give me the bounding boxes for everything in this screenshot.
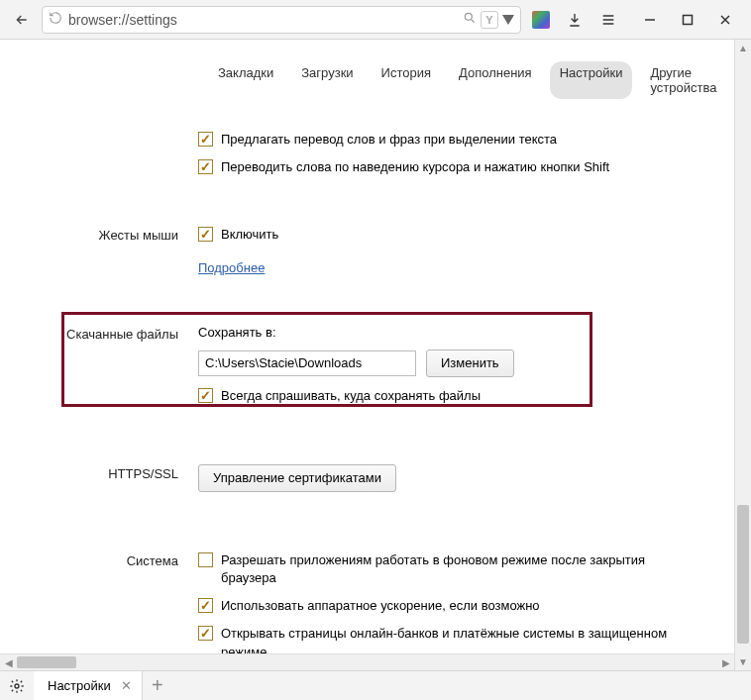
checkbox-translate-selection[interactable] [198,132,213,147]
link-mouse-gestures-more[interactable]: Подробнее [198,260,703,275]
maximize-button[interactable] [670,6,705,34]
tab-addons[interactable]: Дополнения [449,61,542,99]
close-button[interactable] [707,6,743,34]
checkbox-mouse-gestures[interactable] [198,227,213,242]
settings-tabs: Закладки Загрузки История Дополнения Нас… [0,40,751,121]
mouse-gestures-heading: Жесты мыши [0,226,198,274]
vertical-scrollbar[interactable]: ▲ ▼ [734,40,751,670]
section-system: Система Разрешать приложениям работать в… [0,512,727,670]
checkbox-ask-download[interactable] [198,388,213,403]
address-tail: Y [463,11,514,29]
dropdown-icon[interactable] [502,15,514,25]
gear-icon[interactable] [0,678,34,694]
label-translate-selection: Предлагать перевод слов и фраз при выдел… [221,131,557,149]
address-bar[interactable]: Y [42,6,521,34]
checkbox-secure-banking[interactable] [198,626,213,641]
tab-bookmarks[interactable]: Закладки [208,61,283,99]
scroll-down-arrow[interactable]: ▼ [735,653,751,670]
tab-settings[interactable]: Настройки [550,61,633,99]
label-mouse-gestures: Включить [221,226,278,244]
section-translate: Предлагать перевод слов и фраз при выдел… [0,121,727,196]
settings-page: Закладки Загрузки История Дополнения Нас… [0,40,751,670]
download-path-input[interactable] [198,350,416,376]
tab-history[interactable]: История [372,61,441,99]
label-hw-accel: Использовать аппаратное ускорение, если … [221,597,540,615]
scroll-up-arrow[interactable]: ▲ [735,40,751,56]
scroll-right-arrow[interactable]: ▶ [717,654,734,670]
new-tab-button[interactable]: + [143,674,172,697]
downloads-icon[interactable] [561,6,589,34]
browser-toolbar: Y [0,0,751,40]
svg-point-2 [15,684,19,688]
horizontal-scroll-thumb[interactable] [17,656,76,668]
close-tab-icon[interactable]: ✕ [121,678,132,693]
checkbox-translate-hover[interactable] [198,159,213,174]
back-button[interactable] [8,6,36,34]
section-mouse-gestures: Жесты мыши Включить Подробнее [0,196,727,294]
svg-rect-1 [684,15,693,24]
checkbox-hw-accel[interactable] [198,598,213,613]
vertical-scroll-thumb[interactable] [737,505,749,644]
svg-point-0 [465,13,472,20]
label-translate-hover: Переводить слова по наведению курсора и … [221,158,609,176]
yandex-icon[interactable]: Y [481,11,498,29]
section-downloads: Скачанные файлы Сохранять в: Изменить Вс… [0,295,727,425]
menu-icon[interactable] [594,6,622,34]
browser-tabbar: Настройки ✕ + [0,670,751,700]
horizontal-scrollbar[interactable]: ◀ ▶ [0,653,734,670]
checkbox-background-apps[interactable] [198,552,213,567]
browser-tab-title: Настройки [48,678,111,693]
minimize-button[interactable] [632,6,668,34]
tab-downloads[interactable]: Загрузки [291,61,363,99]
section-https: HTTPS/SSL Управление сертификатами [0,425,727,512]
label-ask-download: Всегда спрашивать, куда сохранять файлы [221,387,481,405]
https-heading: HTTPS/SSL [0,464,198,492]
extensions-icon[interactable] [527,6,555,34]
settings-content: Предлагать перевод слов и фраз при выдел… [0,121,751,670]
scroll-left-arrow[interactable]: ◀ [0,654,17,670]
window-controls [632,6,743,34]
manage-certificates-button[interactable]: Управление сертификатами [198,464,396,492]
label-background-apps: Разрешать приложениям работать в фоновом… [221,551,703,587]
label-save-to: Сохранять в: [198,325,703,340]
browser-tab-settings[interactable]: Настройки ✕ [34,671,143,701]
address-input[interactable] [68,12,457,28]
reload-icon[interactable] [49,11,62,28]
search-icon[interactable] [463,11,477,28]
system-heading: Система [0,551,198,661]
section-translate-label [0,131,198,176]
downloads-heading: Скачанные файлы [0,325,198,405]
change-path-button[interactable]: Изменить [426,350,514,377]
